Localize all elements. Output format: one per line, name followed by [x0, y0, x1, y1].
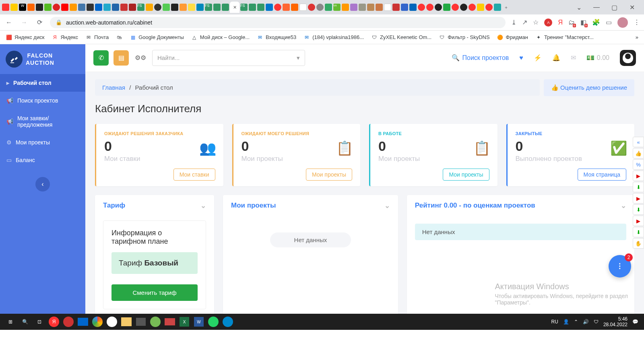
tab-favicon[interactable] [358, 3, 366, 11]
collapse-arrows-icon[interactable]: « [633, 137, 644, 147]
window-minimize[interactable]: — [589, 2, 604, 13]
install-app-icon[interactable]: ⤓ [511, 19, 516, 26]
bolt-icon[interactable]: ⚡ [534, 54, 542, 62]
ext-icon[interactable]: 🗂9 [568, 19, 575, 26]
chevron-down-icon[interactable]: ⌄ [200, 202, 206, 210]
youtube-icon[interactable]: ▶ [633, 171, 644, 181]
share-icon[interactable]: ↗ [522, 19, 527, 26]
bookmark[interactable]: 🛡ZyXEL Keenetic Om... [371, 34, 431, 41]
start-button[interactable]: ⊞ [3, 315, 18, 328]
tab-favicon[interactable] [324, 3, 332, 11]
change-tariff-button[interactable]: Сменить тариф [111, 284, 198, 301]
url-field[interactable]: 🔒 auction.web-automation.ru/cabinet [50, 17, 506, 28]
bookmark[interactable]: ✦Тренинг "Мастерст... [535, 34, 594, 41]
my-projects-button[interactable]: Мои проекты [306, 169, 352, 181]
envelope-icon[interactable]: ✉ [571, 54, 576, 62]
notifications-icon[interactable]: 💬 [632, 319, 638, 325]
tab-favicon[interactable] [128, 3, 136, 11]
taskbar-app[interactable] [90, 315, 105, 328]
tab-favicon[interactable] [350, 3, 358, 11]
new-tab-button[interactable]: ＋ [502, 3, 510, 11]
taskbar-app[interactable] [134, 315, 148, 328]
breadcrumb-home[interactable]: Главная [102, 84, 125, 91]
tab-favicon[interactable] [35, 3, 43, 11]
tab-active[interactable]: ✕ [230, 2, 239, 13]
taskbar-app[interactable]: W [192, 315, 206, 328]
bookmarks-overflow[interactable]: » [636, 34, 638, 40]
ext-icon[interactable]: A [544, 19, 552, 27]
tab-favicon[interactable] [316, 3, 324, 11]
tab-favicon[interactable] [417, 3, 425, 11]
download-icon[interactable]: ⬇ [633, 182, 644, 192]
tab-favicon[interactable] [434, 3, 442, 11]
rate-demo-button[interactable]: 👍 Оценить демо решение [544, 79, 634, 96]
star-icon[interactable]: ☆ [533, 19, 539, 26]
tab-favicon[interactable] [426, 3, 434, 11]
tab-favicon[interactable] [188, 3, 196, 11]
percent-icon[interactable]: % [633, 159, 644, 170]
ext-puzzle-icon[interactable]: 🧩 [592, 19, 600, 26]
user-avatar[interactable] [620, 50, 636, 66]
tab-favicon[interactable] [299, 3, 307, 11]
tab-favicon[interactable] [86, 3, 94, 11]
bookmark[interactable]: △Мой диск – Google... [191, 34, 250, 41]
bell-icon[interactable]: 🔔 [552, 54, 560, 62]
tab-favicon[interactable] [103, 3, 111, 11]
tab-favicon[interactable] [367, 3, 375, 11]
tab-favicon[interactable] [52, 3, 60, 11]
tab-favicon[interactable] [384, 3, 392, 11]
tab-favicon[interactable] [111, 3, 120, 11]
tab-favicon[interactable] [196, 3, 204, 11]
tab-favicon[interactable] [477, 3, 485, 11]
bookmark[interactable]: ✉Почта [85, 34, 109, 41]
sidebar-collapse-button[interactable]: ‹ [35, 177, 50, 191]
bookmark[interactable]: 🟥Яндекс диск [6, 34, 44, 41]
tab-favicon[interactable] [375, 3, 383, 11]
tab-favicon[interactable] [78, 3, 86, 11]
taskbar-clock[interactable]: 5:46 28.04.2022 [603, 316, 627, 328]
tab-favicon[interactable]: FS [240, 3, 248, 11]
tab-favicon[interactable]: FS [137, 3, 145, 11]
hand-icon[interactable]: ✋ [633, 238, 644, 249]
tab-favicon[interactable] [257, 3, 265, 11]
tab-favicon[interactable] [493, 3, 502, 11]
download-icon[interactable]: ⬇ [633, 204, 644, 215]
tab-favicon[interactable] [61, 3, 69, 11]
taskbar-app[interactable] [163, 315, 177, 328]
people-icon[interactable]: 👤 [563, 319, 569, 325]
bookmark[interactable]: ✉(184) vplaksina1986... [303, 34, 364, 41]
tab-favicon[interactable] [341, 3, 349, 11]
bookmark[interactable]: 🟠Фридман [497, 34, 528, 41]
menu-icon[interactable]: ⋮ [634, 19, 640, 26]
thumbs-up-icon[interactable]: 👍 [633, 148, 644, 158]
tab-favicon[interactable]: W [19, 3, 27, 11]
tab-favicon[interactable] [282, 3, 290, 11]
note-button[interactable]: ▤ [114, 50, 129, 66]
taskbar-app[interactable] [221, 315, 235, 328]
nav-forward-icon[interactable]: → [19, 19, 29, 26]
my-projects-button[interactable]: Мои проекты [443, 169, 489, 181]
chevron-down-icon[interactable]: ⌄ [384, 202, 390, 210]
download-icon[interactable]: ⬇ [633, 227, 644, 237]
tab-favicon[interactable]: FS [204, 3, 213, 11]
task-view-button[interactable]: ⊡ [32, 315, 47, 328]
search-button[interactable]: 🔍 [18, 315, 32, 328]
chat-fab[interactable]: ⁝ 2 [609, 255, 631, 278]
tab-favicon[interactable] [221, 3, 229, 11]
bookmark[interactable]: ▦Google Документы [130, 34, 184, 41]
profile-avatar[interactable] [617, 17, 628, 28]
my-page-button[interactable]: Моя страница [578, 169, 626, 181]
volume-icon[interactable]: 🔊 [583, 319, 589, 325]
call-button[interactable]: ✆ [93, 50, 109, 66]
ext-icon[interactable]: Я [558, 19, 563, 26]
taskbar-app[interactable] [76, 315, 90, 328]
my-bids-button[interactable]: Мои ставки [173, 169, 215, 181]
taskbar-app[interactable] [119, 315, 134, 328]
tab-favicon[interactable] [162, 3, 170, 11]
tab-favicon[interactable] [308, 3, 316, 11]
tabs-dropdown-icon[interactable]: ⌄ [572, 2, 586, 13]
tray-chevron-icon[interactable]: ⌃ [574, 319, 578, 325]
taskbar-app[interactable] [148, 315, 163, 328]
taskbar-app[interactable]: X [177, 315, 192, 328]
sidebar-item-balance[interactable]: ▭Баланс [0, 151, 85, 169]
